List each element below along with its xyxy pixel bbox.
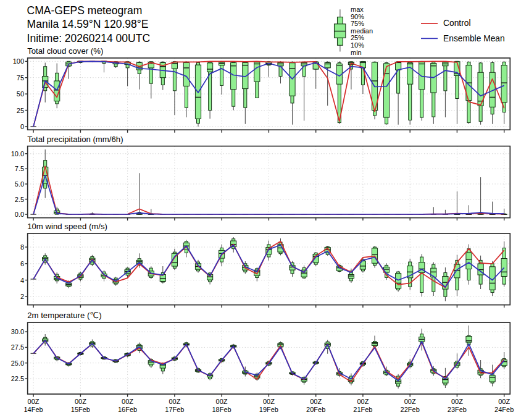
svg-text:19Feb: 19Feb bbox=[259, 406, 278, 413]
svg-text:25: 25 bbox=[17, 107, 24, 114]
svg-text:30.0: 30.0 bbox=[11, 328, 24, 335]
svg-text:24Feb: 24Feb bbox=[494, 406, 514, 413]
svg-text:00Z: 00Z bbox=[216, 398, 228, 405]
svg-text:17Feb: 17Feb bbox=[165, 406, 184, 413]
svg-text:min: min bbox=[351, 49, 362, 56]
svg-text:00Z: 00Z bbox=[404, 398, 416, 405]
svg-text:10m wind speed (m/s): 10m wind speed (m/s) bbox=[27, 222, 107, 231]
svg-text:8: 8 bbox=[20, 243, 24, 251]
svg-text:15Feb: 15Feb bbox=[71, 406, 90, 413]
svg-text:75: 75 bbox=[17, 74, 24, 82]
svg-text:22.5: 22.5 bbox=[11, 375, 24, 382]
svg-text:18Feb: 18Feb bbox=[212, 406, 231, 413]
svg-text:00Z: 00Z bbox=[75, 398, 86, 405]
svg-text:22Feb: 22Feb bbox=[401, 406, 420, 413]
svg-text:27.5: 27.5 bbox=[11, 343, 24, 351]
svg-text:10%: 10% bbox=[351, 41, 364, 49]
svg-text:14Feb: 14Feb bbox=[23, 406, 43, 413]
svg-text:Ensemble Mean: Ensemble Mean bbox=[443, 34, 505, 43]
svg-text:00Z: 00Z bbox=[357, 398, 369, 405]
svg-text:max: max bbox=[351, 6, 364, 13]
svg-text:00Z: 00Z bbox=[498, 398, 510, 405]
svg-text:Initime: 20260214 00UTC: Initime: 20260214 00UTC bbox=[27, 32, 150, 44]
svg-text:0: 0 bbox=[20, 123, 24, 130]
svg-text:25.0: 25.0 bbox=[11, 359, 24, 367]
svg-text:Manila 14.59°N 120.98°E: Manila 14.59°N 120.98°E bbox=[27, 18, 149, 30]
svg-text:CMA-GEPS meteogram: CMA-GEPS meteogram bbox=[27, 4, 143, 17]
svg-text:00Z: 00Z bbox=[263, 398, 275, 405]
svg-text:20Feb: 20Feb bbox=[306, 406, 325, 413]
svg-text:4: 4 bbox=[20, 277, 24, 284]
svg-text:00Z: 00Z bbox=[28, 398, 40, 405]
svg-text:21Feb: 21Feb bbox=[353, 406, 372, 413]
svg-text:Total cloud cover (%): Total cloud cover (%) bbox=[27, 46, 103, 56]
svg-text:2.5: 2.5 bbox=[15, 196, 24, 203]
svg-text:median: median bbox=[351, 27, 373, 35]
svg-text:7.5: 7.5 bbox=[15, 165, 24, 172]
svg-text:00Z: 00Z bbox=[122, 398, 133, 405]
svg-text:23Feb: 23Feb bbox=[448, 406, 467, 413]
svg-text:10.0: 10.0 bbox=[11, 150, 24, 158]
svg-text:00Z: 00Z bbox=[451, 398, 463, 405]
svg-text:00Z: 00Z bbox=[310, 398, 322, 405]
svg-text:6: 6 bbox=[20, 260, 24, 267]
svg-text:Total precipitation (mm/6h): Total precipitation (mm/6h) bbox=[27, 135, 123, 144]
svg-text:16Feb: 16Feb bbox=[118, 406, 137, 413]
svg-text:75%: 75% bbox=[351, 20, 364, 27]
svg-text:Control: Control bbox=[443, 19, 470, 28]
svg-text:0.0: 0.0 bbox=[15, 211, 24, 218]
svg-text:00Z: 00Z bbox=[169, 398, 180, 405]
svg-text:25%: 25% bbox=[351, 34, 364, 41]
svg-text:2m temperature (℃): 2m temperature (℃) bbox=[27, 311, 101, 320]
svg-text:50: 50 bbox=[17, 90, 24, 98]
svg-text:100: 100 bbox=[13, 57, 24, 65]
svg-text:2: 2 bbox=[20, 293, 24, 300]
svg-text:90%: 90% bbox=[351, 13, 364, 20]
svg-text:5.0: 5.0 bbox=[15, 180, 24, 188]
